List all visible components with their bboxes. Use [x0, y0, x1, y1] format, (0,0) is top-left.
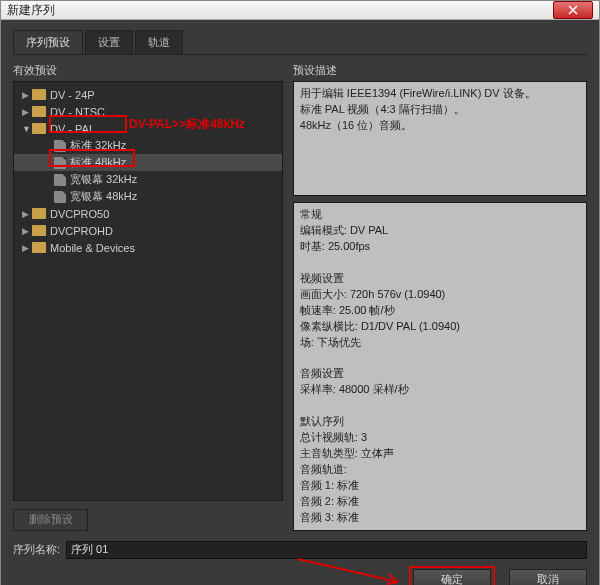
folder-icon — [32, 208, 46, 219]
new-sequence-dialog: 新建序列 序列预设 设置 轨道 有效预设 ▶DV - 24P ▶DV - NTS… — [0, 0, 600, 585]
chevron-right-icon: ▶ — [22, 90, 32, 100]
folder-icon — [32, 106, 46, 117]
chevron-right-icon: ▶ — [22, 107, 32, 117]
titlebar[interactable]: 新建序列 — [1, 1, 599, 20]
tab-tracks[interactable]: 轨道 — [135, 30, 183, 54]
tree-item-dvcprohd[interactable]: ▶DVCPROHD — [14, 222, 282, 239]
chevron-down-icon: ▼ — [22, 124, 32, 134]
chevron-right-icon: ▶ — [22, 243, 32, 253]
close-icon — [568, 5, 578, 15]
preset-tree[interactable]: ▶DV - 24P ▶DV - NTSC ▼DV - PAL 标准 32kHz … — [13, 81, 283, 501]
cancel-button[interactable]: 取消 — [509, 569, 587, 585]
chevron-right-icon: ▶ — [22, 209, 32, 219]
folder-icon — [32, 225, 46, 236]
annotation-box-dvpal — [49, 115, 127, 133]
folder-icon — [32, 89, 46, 100]
tree-item-dvcpro50[interactable]: ▶DVCPRO50 — [14, 205, 282, 222]
folder-icon — [32, 123, 46, 134]
preset-icon — [54, 191, 66, 203]
tab-settings[interactable]: 设置 — [85, 30, 133, 54]
window-title: 新建序列 — [7, 2, 55, 19]
annotation-arrow-icon — [293, 554, 413, 585]
tree-item-ws48[interactable]: 宽银幕 48kHz — [14, 188, 282, 205]
annotation-box-std48 — [49, 149, 135, 167]
preset-description-detail: 常规 编辑模式: DV PAL 时基: 25.00fps 视频设置 画面大小: … — [293, 202, 587, 531]
tab-bar: 序列预设 设置 轨道 — [13, 30, 587, 55]
preset-icon — [54, 174, 66, 186]
chevron-right-icon: ▶ — [22, 226, 32, 236]
close-button[interactable] — [553, 1, 593, 19]
folder-icon — [32, 242, 46, 253]
annotation-text: DV-PAL>>标准48kHz — [129, 116, 245, 133]
presets-label: 有效预设 — [13, 63, 283, 78]
preset-description-summary: 用于编辑 IEEE1394 (FireWire/i.LINK) DV 设备。 标… — [293, 81, 587, 196]
tab-sequence-presets[interactable]: 序列预设 — [13, 30, 83, 54]
tree-item-dv24p[interactable]: ▶DV - 24P — [14, 86, 282, 103]
tree-item-mobile[interactable]: ▶Mobile & Devices — [14, 239, 282, 256]
description-label: 预设描述 — [293, 63, 587, 78]
sequence-name-label: 序列名称: — [13, 542, 60, 557]
annotation-box-ok — [409, 566, 495, 585]
tree-item-ws32[interactable]: 宽银幕 32kHz — [14, 171, 282, 188]
delete-preset-button[interactable]: 删除预设 — [13, 509, 88, 531]
